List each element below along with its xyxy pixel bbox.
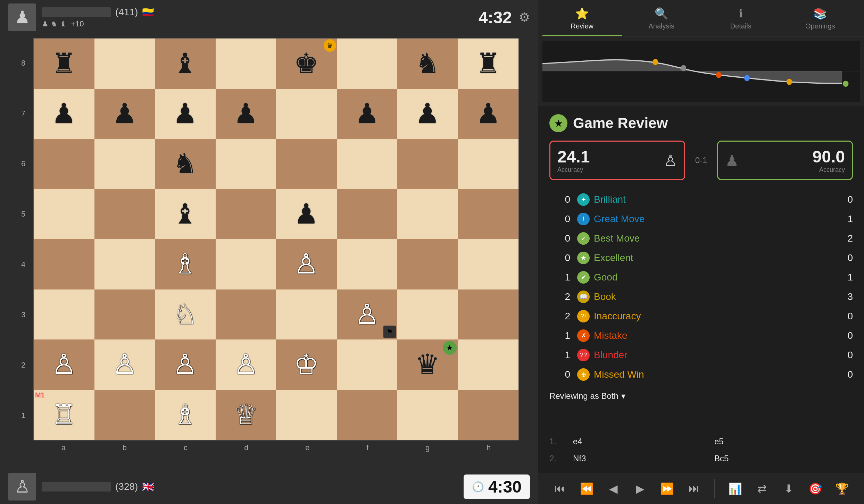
square-g1[interactable]: [397, 390, 458, 440]
settings-icon[interactable]: ⚙: [519, 10, 530, 25]
square-e3[interactable]: [276, 289, 337, 340]
square-b4[interactable]: [94, 239, 155, 289]
square-g2[interactable]: ♛ ★: [397, 339, 458, 390]
square-a6[interactable]: [34, 139, 94, 189]
square-a5[interactable]: [34, 189, 94, 240]
tab-details[interactable]: ℹ Details: [701, 0, 781, 36]
square-b8[interactable]: [94, 39, 155, 89]
target-button[interactable]: 🎯: [805, 478, 826, 499]
square-a3[interactable]: [34, 289, 94, 340]
review-icon: ⭐: [575, 7, 589, 20]
square-g8[interactable]: ♞: [397, 39, 458, 89]
top-player-bar: ♟ (411) 🇨🇴 ♟ ♞ ♝ +10 4:32 ⚙: [0, 0, 538, 35]
square-h6[interactable]: [458, 139, 519, 189]
square-h4[interactable]: [458, 239, 519, 289]
square-b1[interactable]: [94, 390, 155, 440]
square-a2[interactable]: ♙: [34, 339, 94, 390]
square-a4[interactable]: [34, 239, 94, 289]
move-2-black[interactable]: Bc5: [712, 452, 853, 465]
stat-good-left: 1: [549, 272, 577, 283]
square-f2[interactable]: [337, 339, 398, 390]
square-d5[interactable]: [216, 189, 276, 240]
square-g5[interactable]: [397, 189, 458, 240]
bottom-player-name-bar: [42, 482, 111, 492]
square-c2[interactable]: ♙: [155, 339, 216, 390]
square-h5[interactable]: [458, 189, 519, 240]
square-b3[interactable]: [94, 289, 155, 340]
tab-openings[interactable]: 📚 Openings: [781, 0, 860, 36]
best-move-icon: ✓: [577, 232, 590, 245]
square-b7[interactable]: ♟: [94, 89, 155, 139]
square-a7[interactable]: ♟: [34, 89, 94, 139]
right-panel: ⭐ Review 🔍 Analysis ℹ Details 📚 Openings: [538, 0, 864, 504]
next-many-button[interactable]: ⏩: [657, 478, 678, 499]
stat-blunder-left: 1: [549, 350, 577, 361]
square-e6[interactable]: [276, 139, 337, 189]
king-crown: ♛: [324, 39, 336, 52]
square-f7[interactable]: ♟: [337, 89, 398, 139]
square-f3[interactable]: ♙ ⚑: [337, 289, 398, 340]
clock-icon: 🕐: [472, 481, 484, 493]
square-f5[interactable]: [337, 189, 398, 240]
square-d6[interactable]: [216, 139, 276, 189]
square-b6[interactable]: [94, 139, 155, 189]
square-b2[interactable]: ♙: [94, 339, 155, 390]
square-g6[interactable]: [397, 139, 458, 189]
chart-button[interactable]: 📊: [725, 478, 746, 499]
square-c3[interactable]: ♘: [155, 289, 216, 340]
square-h2[interactable]: [458, 339, 519, 390]
square-h3[interactable]: [458, 289, 519, 340]
first-move-button[interactable]: ⏮: [550, 478, 571, 499]
square-d4[interactable]: [216, 239, 276, 289]
square-e8[interactable]: ♚ ♛: [276, 39, 337, 89]
tab-analysis[interactable]: 🔍 Analysis: [622, 0, 701, 36]
square-d7[interactable]: ♟: [216, 89, 276, 139]
square-c6[interactable]: ♞: [155, 139, 216, 189]
square-c7[interactable]: ♟: [155, 89, 216, 139]
move-1-black[interactable]: e5: [712, 435, 853, 448]
square-h8[interactable]: ♜: [458, 39, 519, 89]
square-b5[interactable]: [94, 189, 155, 240]
stat-brilliant-label: Brilliant: [594, 194, 832, 205]
black-accuracy-value: 90.0: [744, 147, 845, 166]
square-g4[interactable]: [397, 239, 458, 289]
prev-many-button[interactable]: ⏪: [576, 478, 597, 499]
square-c1[interactable]: ♗: [155, 390, 216, 440]
square-e5[interactable]: ♟: [276, 189, 337, 240]
square-g7[interactable]: ♟: [397, 89, 458, 139]
square-e7[interactable]: [276, 89, 337, 139]
square-f1[interactable]: [337, 390, 398, 440]
trophy-button[interactable]: 🏆: [832, 478, 853, 499]
square-c4[interactable]: ♗: [155, 239, 216, 289]
left-panel: ♟ (411) 🇨🇴 ♟ ♞ ♝ +10 4:32 ⚙ 8 7 6: [0, 0, 538, 504]
square-d3[interactable]: [216, 289, 276, 340]
share-button[interactable]: ⇄: [751, 478, 772, 499]
prev-button[interactable]: ◀: [603, 478, 624, 499]
square-c8[interactable]: ♝: [155, 39, 216, 89]
tab-review[interactable]: ⭐ Review: [542, 0, 622, 36]
square-f8[interactable]: [337, 39, 398, 89]
square-f6[interactable]: [337, 139, 398, 189]
square-g3[interactable]: [397, 289, 458, 340]
square-e4[interactable]: ♙: [276, 239, 337, 289]
square-a8[interactable]: ♜: [34, 39, 94, 89]
move-2-white[interactable]: Nf3: [570, 452, 712, 465]
square-e1[interactable]: [276, 390, 337, 440]
stat-great-right: 1: [832, 213, 853, 225]
square-h1[interactable]: [458, 390, 519, 440]
square-c5[interactable]: ♝: [155, 189, 216, 240]
download-button[interactable]: ⬇: [778, 478, 799, 499]
square-d8[interactable]: [216, 39, 276, 89]
reviewing-dropdown[interactable]: Reviewing as Both ▾: [549, 388, 853, 404]
square-d1[interactable]: ♕: [216, 390, 276, 440]
move-1-white[interactable]: e4: [570, 435, 712, 448]
last-move-button[interactable]: ⏭: [683, 478, 704, 499]
square-e2[interactable]: ♔: [276, 339, 337, 390]
square-d2[interactable]: ♙: [216, 339, 276, 390]
square-a1[interactable]: ♖ M1: [34, 390, 94, 440]
chess-board[interactable]: ♜ ♝ ♚ ♛ ♞ ♜ ♟ ♟ ♟ ♟ ♟ ♟ ♟: [33, 38, 519, 440]
next-button[interactable]: ▶: [630, 478, 651, 499]
review-section: ★ Game Review 24.1 Accuracy ♙ 0-1 ♟ 90.0…: [538, 106, 864, 433]
square-f4[interactable]: [337, 239, 398, 289]
square-h7[interactable]: ♟: [458, 89, 519, 139]
